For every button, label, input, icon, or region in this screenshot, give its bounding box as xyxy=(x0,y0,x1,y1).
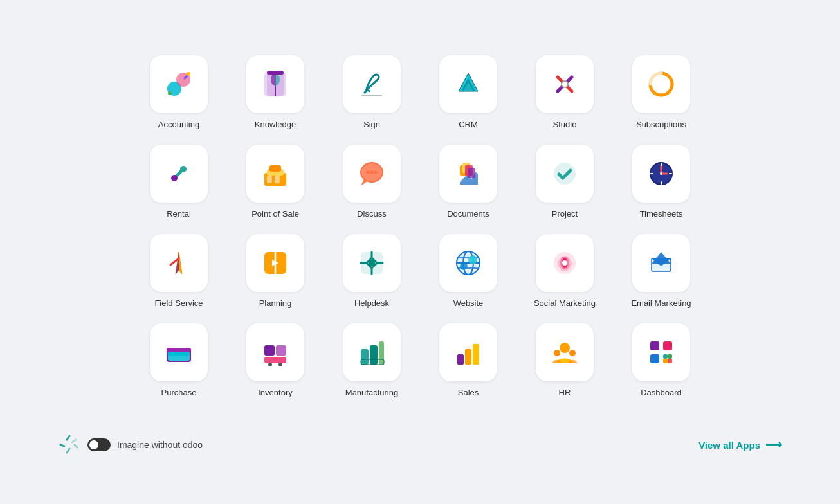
svg-point-3 xyxy=(168,91,172,95)
svg-rect-94 xyxy=(668,359,672,363)
svg-rect-33 xyxy=(468,168,475,178)
svg-point-14 xyxy=(562,81,568,87)
svg-rect-89 xyxy=(663,341,672,350)
svg-rect-78 xyxy=(361,349,369,364)
app-sign[interactable]: Sign xyxy=(333,55,410,129)
app-label-purchase: Purchase xyxy=(161,388,197,397)
svg-rect-74 xyxy=(276,345,286,356)
svg-rect-79 xyxy=(370,345,378,364)
app-label-timesheets: Timesheets xyxy=(640,209,683,219)
app-dashboard[interactable]: Dashboard xyxy=(623,323,700,397)
app-knowledge[interactable]: Knowledge xyxy=(237,55,314,129)
app-label-website: Website xyxy=(453,298,484,308)
app-social-marketing[interactable]: Social Marketing xyxy=(526,234,603,308)
spinner-icon xyxy=(58,433,81,456)
svg-line-98 xyxy=(75,445,77,447)
svg-point-62 xyxy=(460,262,468,270)
app-documents[interactable]: Documents xyxy=(430,145,507,219)
app-label-point-of-sale: Point of Sale xyxy=(251,209,299,219)
app-manufacturing[interactable]: Manufacturing xyxy=(333,323,410,397)
toggle-section: Imagine without odoo xyxy=(58,433,203,456)
toggle-switch[interactable] xyxy=(87,438,111,451)
app-label-knowledge: Knowledge xyxy=(255,120,296,129)
svg-line-99 xyxy=(72,440,76,442)
svg-point-2 xyxy=(187,72,190,76)
toggle-knob xyxy=(89,440,98,449)
app-label-studio: Studio xyxy=(553,120,577,129)
svg-rect-84 xyxy=(473,344,479,364)
app-field-service[interactable]: Field Service xyxy=(140,234,217,308)
app-label-planning: Planning xyxy=(259,298,292,308)
svg-rect-20 xyxy=(269,165,281,172)
app-email-marketing[interactable]: Email Marketing xyxy=(623,234,700,308)
svg-point-85 xyxy=(560,343,570,353)
app-rental[interactable]: Rental xyxy=(140,145,217,219)
app-label-hr: HR xyxy=(559,388,571,397)
app-label-helpdesk: Helpdesk xyxy=(354,298,389,308)
svg-rect-90 xyxy=(650,354,659,363)
app-crm[interactable]: CRM xyxy=(430,55,507,129)
app-helpdesk[interactable]: Helpdesk xyxy=(333,234,410,308)
app-label-dashboard: Dashboard xyxy=(641,388,682,397)
svg-point-87 xyxy=(569,350,576,356)
app-label-project: Project xyxy=(552,209,578,219)
svg-point-25 xyxy=(367,171,370,174)
svg-point-37 xyxy=(660,172,662,175)
svg-rect-91 xyxy=(663,354,668,359)
app-label-email-marketing: Email Marketing xyxy=(631,298,691,308)
svg-point-76 xyxy=(268,363,272,366)
svg-point-17 xyxy=(180,166,187,172)
app-website[interactable]: Website xyxy=(430,234,507,308)
svg-rect-21 xyxy=(267,176,272,183)
app-label-accounting: Accounting xyxy=(158,120,199,129)
bottom-bar: Imagine without odoo View all Apps ⟶ xyxy=(0,422,840,468)
app-planning[interactable]: Planning xyxy=(237,234,314,308)
svg-point-77 xyxy=(278,363,282,366)
svg-point-26 xyxy=(370,171,374,174)
svg-rect-93 xyxy=(663,359,668,363)
svg-point-86 xyxy=(554,350,560,356)
app-subscriptions[interactable]: Subscriptions xyxy=(623,55,700,129)
svg-point-61 xyxy=(468,255,477,264)
app-accounting[interactable]: Accounting xyxy=(140,55,217,129)
svg-rect-6 xyxy=(267,71,284,75)
app-label-subscriptions: Subscriptions xyxy=(636,120,686,129)
app-label-inventory: Inventory xyxy=(258,388,292,397)
app-label-field-service: Field Service xyxy=(154,298,203,308)
svg-rect-80 xyxy=(379,341,384,364)
app-label-rental: Rental xyxy=(167,209,191,219)
svg-marker-68 xyxy=(652,252,671,264)
svg-rect-88 xyxy=(650,341,659,350)
svg-rect-83 xyxy=(465,349,471,364)
arrow-right-icon: ⟶ xyxy=(765,438,782,452)
svg-point-54 xyxy=(369,260,375,266)
app-purchase[interactable]: Purchase xyxy=(140,323,217,397)
svg-rect-82 xyxy=(457,354,464,364)
apps-grid: Accounting Knowledge Sign xyxy=(114,36,726,417)
svg-rect-75 xyxy=(264,357,286,363)
app-project[interactable]: Project xyxy=(526,145,603,219)
app-discuss[interactable]: Discuss xyxy=(333,145,410,219)
svg-rect-72 xyxy=(168,352,190,356)
app-sales[interactable]: Sales xyxy=(430,323,507,397)
app-label-crm: CRM xyxy=(459,120,478,129)
app-label-sales: Sales xyxy=(458,388,479,397)
app-label-discuss: Discuss xyxy=(357,209,387,219)
app-label-sign: Sign xyxy=(363,120,380,129)
app-point-of-sale[interactable]: Point of Sale xyxy=(237,145,314,219)
app-label-social-marketing: Social Marketing xyxy=(534,298,596,308)
svg-rect-73 xyxy=(264,345,275,356)
app-inventory[interactable]: Inventory xyxy=(237,323,314,397)
svg-point-15 xyxy=(658,81,664,87)
toggle-label: Imagine without odoo xyxy=(117,440,203,450)
app-label-manufacturing: Manufacturing xyxy=(345,388,398,397)
view-all-apps-link[interactable]: View all Apps ⟶ xyxy=(698,438,782,452)
app-studio[interactable]: Studio xyxy=(526,55,603,129)
svg-line-97 xyxy=(67,449,69,453)
svg-line-95 xyxy=(67,436,69,440)
app-hr[interactable]: HR xyxy=(526,323,603,397)
app-timesheets[interactable]: Timesheets xyxy=(623,145,700,219)
app-label-documents: Documents xyxy=(447,209,489,219)
svg-line-96 xyxy=(60,445,64,446)
svg-rect-92 xyxy=(668,354,672,359)
